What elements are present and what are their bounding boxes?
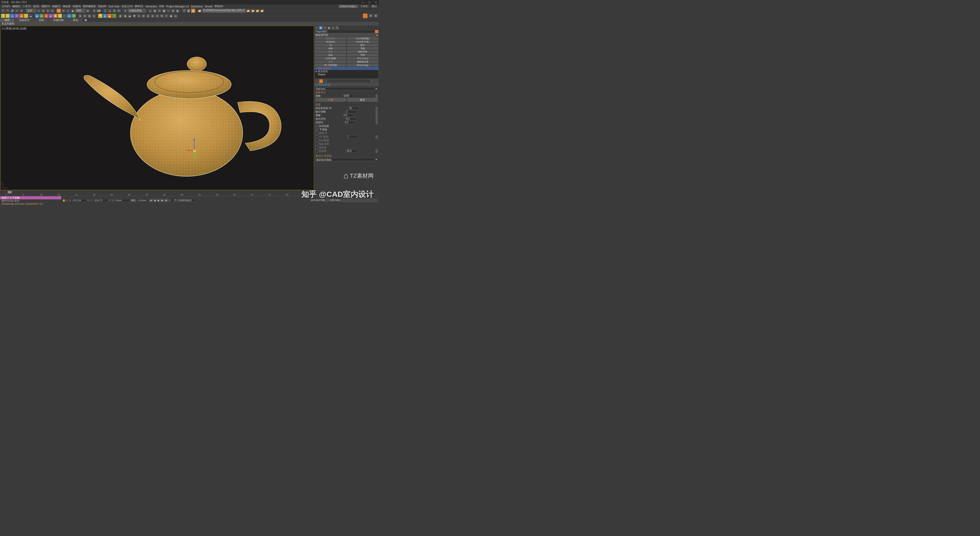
angle-checkbox[interactable]: [315, 150, 318, 153]
specnormal-checkbox[interactable]: [315, 143, 318, 145]
geo-1-icon[interactable]: ◆: [35, 14, 39, 18]
modifier-button[interactable]: UVW 贴图: [314, 57, 347, 60]
modifier-button[interactable]: FFD(长方体): [347, 40, 379, 43]
close-icon[interactable]: ✕: [374, 1, 378, 4]
folder-4-icon[interactable]: 📂: [260, 9, 264, 13]
redo-icon[interactable]: ↷: [6, 9, 10, 13]
select-move-icon[interactable]: ✥: [57, 9, 61, 13]
set-key-icon[interactable]: [325, 199, 329, 202]
geo-3-icon[interactable]: ■: [44, 14, 48, 18]
show-end-result-icon[interactable]: [319, 80, 323, 83]
time-slider-thumb[interactable]: [8, 191, 12, 194]
ribbon-tab[interactable]: 选择: [34, 18, 49, 22]
menu-item[interactable]: 自定义(U): [121, 5, 134, 8]
configure-sets-icon[interactable]: [375, 80, 378, 83]
undo-icon[interactable]: ↶: [1, 9, 5, 13]
uvchannel-input[interactable]: [347, 135, 358, 138]
link-icon[interactable]: 🔗: [10, 9, 14, 13]
time-tag[interactable]: 添加时间标记: [177, 199, 196, 202]
rollout-retopology[interactable]: ▸ Retopology: [314, 83, 379, 86]
fov-icon[interactable]: [362, 199, 366, 202]
menu-item[interactable]: 工具(T): [22, 5, 32, 8]
anisotropy-input[interactable]: [345, 118, 356, 121]
misc-7-icon[interactable]: ⊛: [146, 14, 150, 18]
vp-layout-icon[interactable]: ⊞: [374, 14, 378, 17]
snap-angle-icon[interactable]: ∠: [108, 9, 112, 13]
orbit-icon[interactable]: [370, 199, 374, 202]
spinner-icon[interactable]: [375, 114, 378, 117]
ribbon-tab[interactable]: 建模: [0, 18, 14, 22]
open-folder-icon[interactable]: 📁: [197, 9, 202, 13]
water-icon[interactable]: 💧: [103, 14, 107, 18]
spinner-icon[interactable]: [375, 110, 378, 113]
modifier-button[interactable]: Retopology: [347, 63, 379, 67]
misc-8-icon[interactable]: ⊜: [151, 14, 155, 18]
hierarchy-tab-icon[interactable]: ⊓: [323, 26, 327, 30]
angle-input[interactable]: [346, 150, 357, 153]
smoothgroup-checkbox[interactable]: ✓: [315, 128, 318, 131]
spinner-icon[interactable]: [375, 135, 378, 138]
modifier-list-dropdown[interactable]: 修改器列表▾: [314, 33, 379, 37]
curve-editor-icon[interactable]: 〰: [166, 9, 170, 13]
modifier-button[interactable]: 细分: [347, 43, 379, 47]
misc-6-icon[interactable]: ⊚: [142, 14, 145, 18]
menu-item[interactable]: 动画(A): [72, 5, 82, 8]
omni-icon[interactable]: ✦: [15, 14, 19, 18]
matid-checkbox[interactable]: [315, 132, 318, 135]
geo-4-icon[interactable]: ▲: [49, 14, 53, 18]
menu-item[interactable]: 脚本(S): [134, 5, 144, 8]
select-icon[interactable]: ▭: [37, 9, 41, 13]
coord-x[interactable]: X: -276.726: [68, 199, 87, 202]
prev-frame-icon[interactable]: ◀: [153, 199, 157, 202]
misc-13-icon[interactable]: ◎: [173, 14, 178, 18]
menu-item[interactable]: Interactive: [145, 5, 158, 8]
boolseam-checkbox[interactable]: [315, 139, 318, 142]
schematic-icon[interactable]: ⊞: [171, 9, 175, 13]
quad-tolerance-input[interactable]: [348, 107, 360, 110]
object-color-swatch[interactable]: [375, 30, 379, 33]
ref-coord-dropdown[interactable]: 视图: [75, 9, 85, 13]
play-icon[interactable]: ▶: [157, 199, 161, 202]
selection-filter[interactable]: 全部: [26, 9, 36, 13]
time-slider[interactable]: 0510152025303540455055606570758085909510…: [0, 191, 379, 196]
regularize-input[interactable]: [343, 114, 354, 117]
menu-item[interactable]: 图形编辑器: [82, 5, 97, 8]
coord-z[interactable]: Z: 0.0mm: [111, 199, 130, 202]
teapot-mesh[interactable]: [67, 49, 286, 179]
ribbon-toggle-icon[interactable]: [84, 19, 87, 21]
manipulate-icon[interactable]: ✦: [92, 9, 96, 13]
autoedge-checkbox[interactable]: ✓: [315, 125, 318, 127]
uvchannel-checkbox[interactable]: [315, 135, 318, 138]
coord-y[interactable]: Y: -2218.73: [90, 199, 108, 202]
menu-item[interactable]: Substance: [190, 5, 204, 8]
object-name-input[interactable]: [315, 30, 375, 33]
spinner-icon[interactable]: [375, 121, 378, 124]
fire-icon[interactable]: 🔥: [107, 14, 111, 18]
bind-icon[interactable]: ≋: [19, 9, 24, 13]
menu-item[interactable]: 编辑(E): [11, 5, 21, 8]
faces-input[interactable]: [343, 94, 354, 97]
pivot-icon[interactable]: ⊕: [86, 9, 90, 13]
unlink-icon[interactable]: ⤫: [15, 9, 19, 13]
ribbon-tab[interactable]: 对象绘制: [49, 18, 68, 22]
modifier-button[interactable]: 壳: [314, 43, 347, 47]
ribbon-icon[interactable]: ▦: [162, 9, 166, 13]
remove-modifier-icon[interactable]: [370, 80, 374, 83]
make-unique-icon[interactable]: [324, 80, 327, 83]
compute-button[interactable]: 计算: [315, 98, 346, 102]
spot-icon[interactable]: ▲: [19, 14, 24, 18]
menu-item[interactable]: 组(G): [32, 5, 40, 8]
modifier-button[interactable]: 平滑: [347, 53, 379, 57]
misc-1-icon[interactable]: ◐: [118, 14, 123, 18]
pin-stack-icon[interactable]: [315, 80, 318, 83]
window-crossing-icon[interactable]: ⊡: [50, 9, 54, 13]
lock-selection-icon[interactable]: 🔒: [62, 199, 65, 202]
ribbon-tab[interactable]: 自由形式: [14, 18, 34, 22]
modifier-button[interactable]: 切角: [314, 53, 347, 57]
menu-item[interactable]: Arnold: [204, 5, 213, 8]
misc-10-icon[interactable]: ⦿: [160, 14, 164, 18]
snap-percent-icon[interactable]: %: [112, 9, 116, 13]
display-tab-icon[interactable]: ▭: [331, 26, 335, 30]
algorithm-dropdown[interactable]: ReForm: [315, 87, 375, 91]
modifier-button[interactable]: 扭曲: [314, 50, 347, 53]
